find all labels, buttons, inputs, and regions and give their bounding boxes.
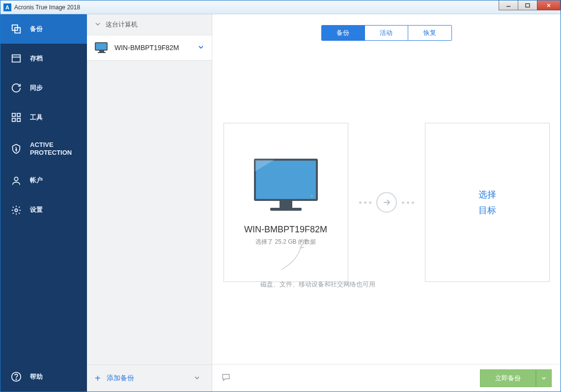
- archive-icon: [10, 53, 22, 64]
- maximize-button[interactable]: [518, 0, 537, 10]
- sidebar-item-settings[interactable]: 设置: [0, 196, 87, 225]
- minimize-button[interactable]: [499, 0, 518, 10]
- sidebar-item-help[interactable]: 帮助: [0, 362, 87, 392]
- tab-activity[interactable]: 活动: [365, 26, 408, 40]
- list-footer: + 添加备份: [87, 364, 212, 392]
- shield-icon: [10, 143, 22, 155]
- dest-line1: 选择: [478, 187, 496, 202]
- chevron-down-icon: [95, 21, 101, 28]
- app-icon: A: [3, 3, 11, 11]
- svg-rect-8: [12, 113, 15, 116]
- close-button[interactable]: [537, 0, 561, 10]
- sidebar-item-label: 帮助: [30, 373, 43, 381]
- backup-now-dropdown[interactable]: [536, 369, 552, 387]
- dots-icon: [402, 201, 414, 204]
- add-backup-button[interactable]: + 添加备份: [95, 373, 183, 384]
- chevron-down-icon[interactable]: [198, 43, 204, 52]
- app-window: A Acronis True Image 2018 备份: [0, 0, 561, 392]
- gear-icon: [10, 204, 22, 216]
- sidebar-item-tools[interactable]: 工具: [0, 103, 87, 132]
- svg-point-12: [14, 177, 18, 180]
- copy-icon: [10, 23, 22, 35]
- sidebar-item-label: 设置: [30, 206, 43, 214]
- sidebar: 备份 存档 同步 工具: [0, 14, 87, 392]
- sidebar-item-label: ACTIVE PROTECTION: [30, 141, 77, 157]
- svg-rect-6: [12, 55, 21, 62]
- sidebar-item-account[interactable]: 帐户: [0, 166, 87, 196]
- sidebar-item-active-protection[interactable]: ACTIVE PROTECTION: [0, 132, 87, 166]
- svg-point-15: [16, 379, 16, 379]
- arrow-right-icon: [376, 192, 397, 213]
- tab-bar: 备份 活动 恢复: [212, 14, 561, 41]
- sidebar-item-label: 备份: [30, 25, 43, 33]
- tools-icon: [10, 112, 22, 123]
- arrow-separator: [359, 192, 414, 213]
- add-backup-dropdown[interactable]: [190, 372, 204, 385]
- add-backup-label: 添加备份: [107, 374, 134, 383]
- list-header-label: 这台计算机: [106, 20, 138, 29]
- sidebar-item-backup[interactable]: 备份: [0, 14, 87, 44]
- backup-now-button-group: 立即备份: [480, 369, 552, 387]
- source-title: WIN-BMBPT19F82M: [244, 224, 327, 235]
- dots-icon: [359, 201, 371, 204]
- sync-icon: [10, 82, 22, 94]
- titlebar: A Acronis True Image 2018: [0, 0, 561, 14]
- svg-rect-11: [17, 118, 20, 121]
- window-controls: [499, 0, 561, 14]
- hint-arrow-icon: [278, 241, 307, 276]
- window-title: Acronis True Image 2018: [14, 4, 499, 11]
- sidebar-item-label: 工具: [30, 113, 43, 121]
- main-footer: 立即备份: [212, 364, 561, 392]
- sidebar-item-sync[interactable]: 同步: [0, 73, 87, 103]
- dest-line2: 目标: [478, 202, 496, 218]
- backup-list-column: 这台计算机 WIN-BMBPT19F82M + 添加备份: [87, 14, 212, 392]
- sidebar-item-label: 同步: [30, 84, 43, 92]
- sidebar-item-label: 存档: [30, 55, 43, 62]
- account-icon: [10, 175, 22, 187]
- hint-text: 磁盘、文件、移动设备和社交网络也可用: [260, 280, 375, 289]
- help-icon: [10, 371, 22, 383]
- svg-rect-9: [17, 113, 20, 116]
- computer-icon: [95, 42, 109, 53]
- computer-icon: [254, 159, 318, 213]
- backup-now-button[interactable]: 立即备份: [480, 369, 536, 387]
- tab-recover[interactable]: 恢复: [408, 26, 451, 40]
- sidebar-item-archive[interactable]: 存档: [0, 44, 87, 73]
- svg-rect-10: [12, 118, 15, 121]
- svg-rect-1: [526, 3, 530, 7]
- list-header[interactable]: 这台计算机: [87, 14, 212, 35]
- plus-icon: +: [95, 373, 101, 384]
- tab-backup[interactable]: 备份: [322, 26, 365, 40]
- backup-list-item[interactable]: WIN-BMBPT19F82M: [87, 35, 212, 60]
- sidebar-item-label: 帐户: [30, 176, 43, 184]
- main-panel: 备份 活动 恢复 WIN-BMBPT19F82M 选择了 25.2 GB 的数据: [212, 14, 561, 392]
- svg-point-13: [15, 209, 18, 212]
- list-item-label: WIN-BMBPT19F82M: [114, 44, 192, 52]
- comment-icon[interactable]: [221, 372, 231, 384]
- backup-config-area: WIN-BMBPT19F82M 选择了 25.2 GB 的数据 选择 目标: [212, 41, 561, 364]
- backup-destination-card[interactable]: 选择 目标: [425, 123, 550, 282]
